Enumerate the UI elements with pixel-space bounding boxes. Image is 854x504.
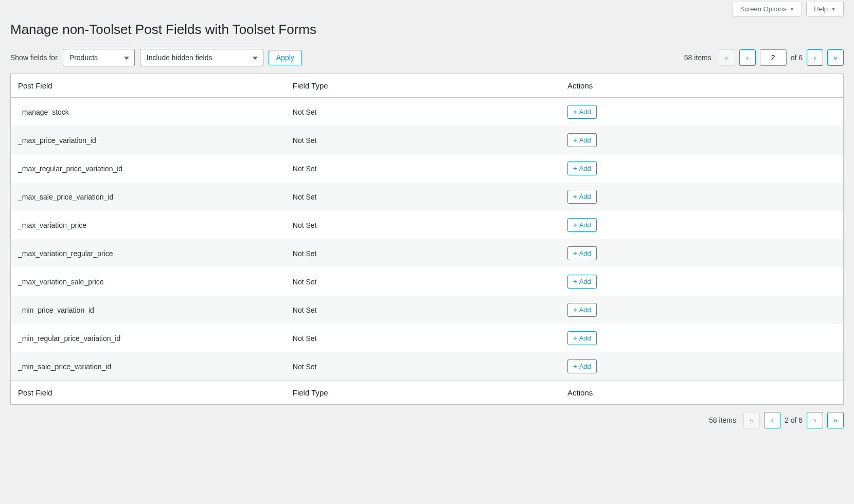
plus-icon: +	[573, 193, 577, 201]
field-type-cell: Not Set	[286, 352, 560, 381]
chevron-left-icon: ‹	[746, 53, 749, 62]
header-field-type: Field Type	[286, 74, 560, 98]
chevron-right-icon: ›	[814, 53, 816, 62]
plus-icon: +	[573, 221, 577, 229]
footer-post-field: Post Field	[11, 381, 286, 405]
table-row: _max_price_variation_idNot Set+Add	[11, 126, 844, 154]
post-field-cell: _min_regular_price_variation_id	[11, 324, 286, 352]
actions-cell: +Add	[560, 352, 843, 381]
field-type-cell: Not Set	[286, 98, 560, 127]
field-type-cell: Not Set	[286, 126, 560, 154]
table-row: _manage_stockNot Set+Add	[11, 98, 844, 127]
post-field-cell: _max_variation_price	[11, 211, 286, 239]
screen-options-tab[interactable]: Screen Options ▼	[733, 2, 803, 16]
actions-cell: +Add	[560, 126, 843, 154]
field-type-cell: Not Set	[286, 154, 560, 183]
filter-label: Show fields for	[10, 53, 58, 62]
actions-cell: +Add	[560, 239, 843, 267]
add-label: Add	[579, 334, 591, 342]
post-field-cell: _max_regular_price_variation_id	[11, 154, 286, 183]
actions-cell: +Add	[560, 267, 843, 296]
double-chevron-left-icon: «	[750, 416, 754, 424]
add-button[interactable]: +Add	[567, 105, 597, 119]
table-row: _max_sale_price_variation_idNot Set+Add	[11, 183, 844, 211]
pagination-top: 58 items « ‹ of 6 › »	[684, 49, 844, 66]
post-field-cell: _manage_stock	[11, 98, 286, 127]
add-label: Add	[579, 363, 591, 370]
field-type-cell: Not Set	[286, 267, 560, 296]
plus-icon: +	[573, 108, 577, 116]
plus-icon: +	[573, 306, 577, 314]
current-page-input[interactable]	[760, 49, 787, 66]
field-type-cell: Not Set	[286, 296, 560, 324]
table-row: _min_price_variation_idNot Set+Add	[11, 296, 844, 324]
add-label: Add	[579, 136, 591, 144]
field-type-cell: Not Set	[286, 183, 560, 211]
add-label: Add	[579, 221, 591, 229]
post-field-cell: _max_price_variation_id	[11, 126, 286, 154]
add-label: Add	[579, 108, 591, 116]
apply-button[interactable]: Apply	[269, 50, 302, 65]
items-count-bottom: 58 items	[709, 416, 736, 424]
field-type-cell: Not Set	[286, 211, 560, 239]
add-button[interactable]: +Add	[567, 161, 597, 175]
double-chevron-right-icon: »	[833, 416, 838, 424]
post-type-select[interactable]: Products	[63, 49, 135, 66]
help-label: Help	[814, 5, 828, 13]
fields-table: Post Field Field Type Actions _manage_st…	[10, 74, 844, 405]
page-text-bottom: 2 of 6	[785, 416, 803, 424]
add-button[interactable]: +Add	[567, 331, 597, 345]
post-field-cell: _max_variation_regular_price	[11, 239, 286, 267]
chevron-left-icon: ‹	[771, 416, 774, 424]
table-row: _min_regular_price_variation_idNot Set+A…	[11, 324, 844, 352]
post-field-cell: _min_price_variation_id	[11, 296, 286, 324]
add-button[interactable]: +Add	[567, 246, 597, 260]
add-button[interactable]: +Add	[567, 133, 597, 147]
help-tab[interactable]: Help ▼	[806, 2, 844, 16]
table-row: _max_regular_price_variation_idNot Set+A…	[11, 154, 844, 183]
items-count: 58 items	[684, 53, 711, 62]
add-label: Add	[579, 306, 591, 314]
add-label: Add	[579, 165, 591, 172]
first-page-button: «	[719, 49, 735, 66]
footer-field-type: Field Type	[286, 381, 560, 405]
next-page-button[interactable]: ›	[807, 49, 823, 66]
add-button[interactable]: +Add	[567, 190, 597, 204]
actions-cell: +Add	[560, 98, 843, 127]
plus-icon: +	[573, 165, 577, 172]
prev-page-button[interactable]: ‹	[739, 49, 756, 66]
plus-icon: +	[573, 278, 577, 285]
prev-page-button-bottom[interactable]: ‹	[764, 412, 780, 428]
add-button[interactable]: +Add	[567, 218, 597, 232]
hidden-fields-select[interactable]: Include hidden fields	[140, 49, 263, 66]
page-of-text: of 6	[791, 53, 803, 62]
table-row: _max_variation_sale_priceNot Set+Add	[11, 267, 844, 296]
actions-cell: +Add	[560, 154, 843, 183]
first-page-button-bottom: «	[743, 412, 760, 428]
last-page-button[interactable]: »	[827, 49, 844, 66]
actions-cell: +Add	[560, 183, 843, 211]
post-field-cell: _max_sale_price_variation_id	[11, 183, 286, 211]
last-page-button-bottom[interactable]: »	[827, 412, 844, 428]
chevron-right-icon: ›	[814, 416, 816, 424]
plus-icon: +	[573, 334, 577, 342]
footer-actions: Actions	[560, 381, 843, 405]
plus-icon: +	[573, 363, 577, 370]
post-field-cell: _max_variation_sale_price	[11, 267, 286, 296]
add-label: Add	[579, 278, 591, 285]
header-post-field: Post Field	[11, 74, 286, 98]
add-label: Add	[579, 193, 591, 201]
actions-cell: +Add	[560, 324, 843, 352]
post-field-cell: _min_sale_price_variation_id	[11, 352, 286, 381]
plus-icon: +	[573, 249, 577, 257]
actions-cell: +Add	[560, 211, 843, 239]
double-chevron-right-icon: »	[833, 53, 838, 62]
add-button[interactable]: +Add	[567, 303, 597, 317]
add-button[interactable]: +Add	[567, 359, 597, 373]
actions-cell: +Add	[560, 296, 843, 324]
apply-label: Apply	[276, 53, 294, 62]
add-label: Add	[579, 249, 591, 257]
caret-down-icon: ▼	[789, 6, 794, 12]
add-button[interactable]: +Add	[567, 275, 597, 289]
next-page-button-bottom[interactable]: ›	[807, 412, 823, 428]
